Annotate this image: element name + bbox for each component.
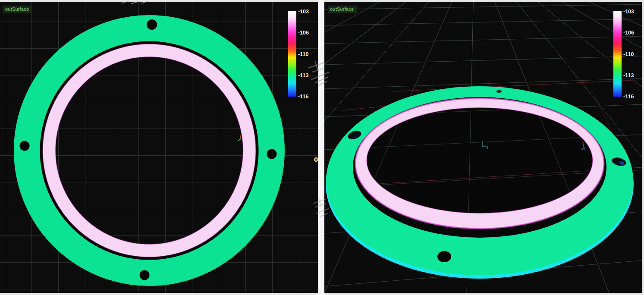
bolt-hole-right [267,149,277,159]
bolt-hole-bottom [140,270,150,280]
edge-marker-dot [314,158,318,162]
origin-axes-icon [238,135,241,141]
bolt-hole-top [147,19,157,30]
colorbar-tick: -106 [623,30,641,36]
colorbar-tick: -103 [623,9,641,15]
colorbar-tick: -110 [623,51,641,57]
colorbar-tick: -113 [298,72,316,78]
colorbar-tick: -113 [623,72,641,78]
viewport-perspective-view[interactable]: outSurface -103 -106 -110 -113 -116 [324,2,642,293]
colorbar-tick: -106 [298,30,316,36]
colorbar-gradient [613,11,622,97]
colorbar-tick: -116 [298,94,316,100]
colorbar-legend: -103 -106 -110 -113 -116 [288,9,317,100]
surface-name-label: outSurface [3,6,32,13]
colorbar-gradient [288,11,296,97]
bolt-hole-left [20,141,30,151]
perspective-scene [324,2,642,293]
colorbar-tick: -110 [298,51,316,57]
viewport-top-view[interactable]: outSurface -103 -106 -110 -113 -116 [0,2,318,293]
colorbar-tick: -103 [298,9,316,15]
flange-inner-ring [49,50,249,251]
ring-interior [367,108,593,213]
colorbar-legend: -103 -106 -110 -113 -116 [613,9,642,100]
pink-ring-inner-fringe [56,57,243,245]
bolt-hole-bottom [437,251,451,262]
top-view-scene [0,2,318,293]
colorbar-tick: -116 [623,94,641,100]
panel-divider [318,0,324,295]
dual-viewport-workspace: { "window": { "layout": "dual-3d-viewpor… [0,0,644,295]
bolt-hole-far-blue-glint [499,91,501,92]
surface-name-label: outSurface [328,6,357,13]
flange-ring-perspective [324,2,642,293]
flange-outer-ring [27,28,271,273]
